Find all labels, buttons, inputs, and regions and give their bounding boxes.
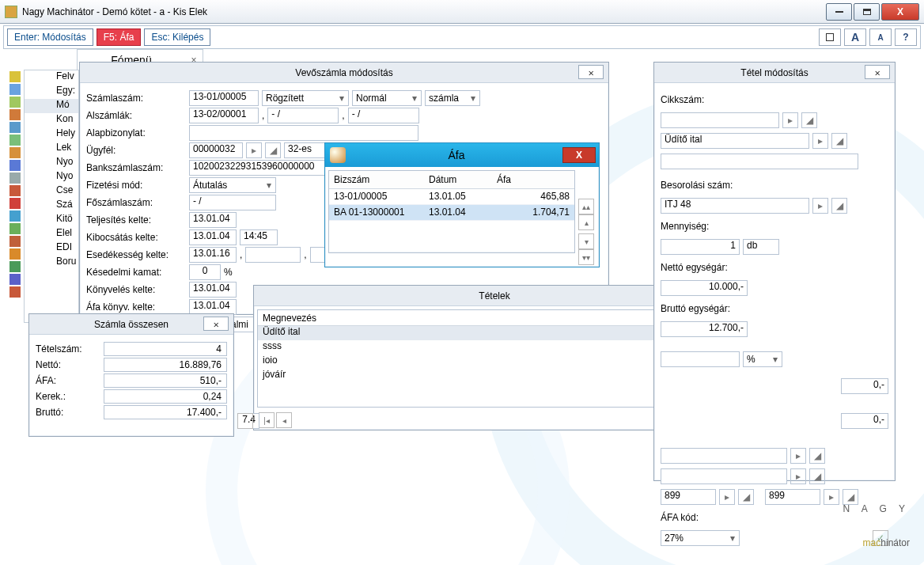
ddl-pct[interactable]: %▾	[743, 351, 782, 367]
fomenu-item[interactable]: Mó	[25, 99, 78, 113]
fomenu-item[interactable]: Szá	[25, 199, 78, 213]
inp-afakonyv[interactable]: 13.01.04	[189, 299, 237, 315]
inp-alszamlak[interactable]: 13-02/00001	[189, 108, 259, 123]
inp-kibocsatas-t[interactable]: 14:45	[240, 229, 278, 245]
tetelmod-close[interactable]: ⨉	[865, 65, 890, 79]
longA-drop[interactable]: ◢	[809, 448, 825, 464]
tetelek-item[interactable]: jóváír	[258, 369, 710, 383]
tetelek-header[interactable]: Megnevezés	[258, 310, 710, 326]
besor-picker-next[interactable]: ▸	[812, 198, 828, 214]
inp-menny-unit[interactable]: db	[743, 239, 779, 255]
fomenu-item[interactable]: Kon	[25, 113, 78, 127]
afa-scroll-top[interactable]: ▴▴	[578, 199, 594, 214]
code2-drop[interactable]: ◢	[843, 489, 858, 505]
fomenu-item[interactable]: Cse	[25, 184, 78, 199]
fomenu-item[interactable]: Felv	[25, 70, 78, 85]
inp-mennyiseg[interactable]: 1	[661, 239, 740, 255]
cikk-picker-next[interactable]: ▸	[782, 112, 798, 128]
inp-cikk-desc[interactable]	[661, 154, 858, 169]
fomenu-item[interactable]: Nyo	[25, 170, 78, 184]
afa-close[interactable]: X	[562, 147, 596, 163]
inp-code2[interactable]: 899	[765, 489, 820, 505]
toolbar-window-icon[interactable]	[819, 28, 841, 46]
afa-col-biz[interactable]: Bizszám	[329, 171, 424, 188]
inp-besorolasi[interactable]: ITJ 48	[661, 198, 809, 214]
longA-next[interactable]: ▸	[790, 448, 806, 464]
inp-esedekesseg2[interactable]	[245, 247, 301, 263]
totals-close[interactable]: ⨉	[203, 317, 229, 331]
inp-extra1[interactable]	[661, 351, 740, 367]
fomenu-item[interactable]: Kitö	[25, 213, 78, 227]
tetelek-item[interactable]: ioio	[258, 355, 710, 369]
ddl-szamla[interactable]: számla▾	[425, 90, 480, 106]
afa-table[interactable]: Bizszám Dátum Áfa 13-01/00005 13.01.05 4…	[329, 171, 574, 252]
longB-next[interactable]: ▸	[790, 468, 806, 484]
ddl-fizmod[interactable]: Átutalás▾	[189, 177, 276, 193]
ugyfel-picker-next[interactable]: ▸	[246, 142, 262, 158]
afa-row[interactable]: 13-01/00005 13.01.05 465,88	[329, 188, 574, 204]
fomenu-item[interactable]: Egy:	[25, 85, 78, 99]
fomenu-item[interactable]: Lek	[25, 142, 78, 156]
toolbar-help[interactable]: ?	[895, 28, 917, 46]
inp-alsz2[interactable]: - /	[267, 108, 339, 123]
longB-drop[interactable]: ◢	[809, 468, 825, 484]
fomenu-item[interactable]: Hely	[25, 127, 78, 142]
ddl-afakod[interactable]: 27%▾	[661, 530, 740, 546]
code1-next[interactable]: ▸	[719, 489, 735, 505]
brand-logo: N A G Y machinátor	[843, 503, 910, 554]
vevoszamla-close[interactable]: ⨉	[578, 65, 604, 79]
inp-ugyfel-code[interactable]: 00000032	[189, 142, 243, 158]
tetelek-prev[interactable]: ◂	[276, 412, 292, 428]
toolbar-esc[interactable]: Esc: Kilépés	[144, 28, 210, 46]
lbl-ugyfel: Ügyfél:	[86, 145, 186, 156]
afa-scroll-down[interactable]: ▾	[578, 233, 594, 249]
toolbar-font-big[interactable]: A	[844, 28, 866, 46]
afa-col-dat[interactable]: Dátum	[424, 171, 492, 188]
cikk2-picker-drop[interactable]: ◢	[831, 133, 847, 149]
afa-scroll-up[interactable]: ▴	[578, 214, 594, 230]
ddl-normal[interactable]: Normál▾	[352, 90, 422, 106]
inp-esedekesseg[interactable]: 13.01.16	[189, 247, 237, 263]
inp-alsz3[interactable]: - /	[348, 108, 419, 123]
inp-bank[interactable]: 10200232293153960000000	[189, 160, 330, 176]
toolbar-f5[interactable]: F5: Áfa	[97, 28, 142, 46]
inp-kesedelmi[interactable]: 0	[189, 264, 221, 280]
ugyfel-picker-drop[interactable]: ◢	[265, 142, 281, 158]
cikk-picker-drop[interactable]: ◢	[801, 112, 817, 128]
ddl-rogzitett[interactable]: Rögzített▾	[262, 90, 349, 106]
inp-cikkszam[interactable]	[661, 112, 779, 128]
window-minimize[interactable]	[826, 3, 852, 21]
inp-bruttoe[interactable]: 12.700,-	[661, 321, 748, 337]
fomenu-item[interactable]: Elel	[25, 227, 78, 241]
afa-row[interactable]: BA 01-13000001 13.01.04 1.704,71	[329, 204, 574, 220]
fomenu-item[interactable]: EDI	[25, 241, 78, 256]
window-close[interactable]: X	[881, 3, 919, 21]
toolbar-enter[interactable]: Enter: Módosítás	[7, 28, 93, 46]
afa-titlebar: Áfa X	[325, 143, 599, 167]
inp-code1[interactable]: 899	[661, 489, 716, 505]
afa-col-afa[interactable]: Áfa	[492, 171, 574, 188]
inp-nettoe[interactable]: 10.000,-	[661, 280, 748, 296]
inp-teljesites[interactable]: 13.01.04	[189, 212, 237, 228]
fomenu-item[interactable]: Boru	[25, 256, 78, 270]
tetelek-item[interactable]: Üdítő ital	[258, 326, 710, 340]
toolbar-font-small[interactable]: A	[869, 28, 892, 46]
afa-scroll-bottom[interactable]: ▾▾	[578, 249, 594, 265]
cikk2-picker-next[interactable]: ▸	[812, 133, 828, 149]
tetelek-first[interactable]: |◂	[259, 412, 275, 428]
inp-kibocsatas-d[interactable]: 13.01.04	[189, 229, 237, 245]
inp-konyveles[interactable]: 13.01.04	[189, 282, 237, 298]
fomenu-list[interactable]: Felv Egy: Mó Kon Hely Lek Nyo Nyo Cse Sz…	[24, 70, 79, 323]
tetelek-item[interactable]: ssss	[258, 340, 710, 355]
code1-drop[interactable]: ◢	[738, 489, 754, 505]
window-maximize[interactable]	[854, 3, 880, 21]
fomenu-item[interactable]: Nyo	[25, 156, 78, 170]
inp-alapbizonylat[interactable]	[189, 125, 418, 141]
code2-next[interactable]: ▸	[824, 489, 839, 505]
inp-foszam[interactable]: - /	[189, 195, 276, 210]
inp-longB[interactable]	[661, 468, 787, 484]
lbl-esedekesseg: Esedékesség kelte:	[86, 249, 186, 260]
besor-picker-drop[interactable]: ◢	[831, 198, 847, 214]
inp-longA[interactable]	[661, 448, 787, 464]
inp-cikk-name[interactable]: Üdítő ital	[661, 133, 809, 149]
